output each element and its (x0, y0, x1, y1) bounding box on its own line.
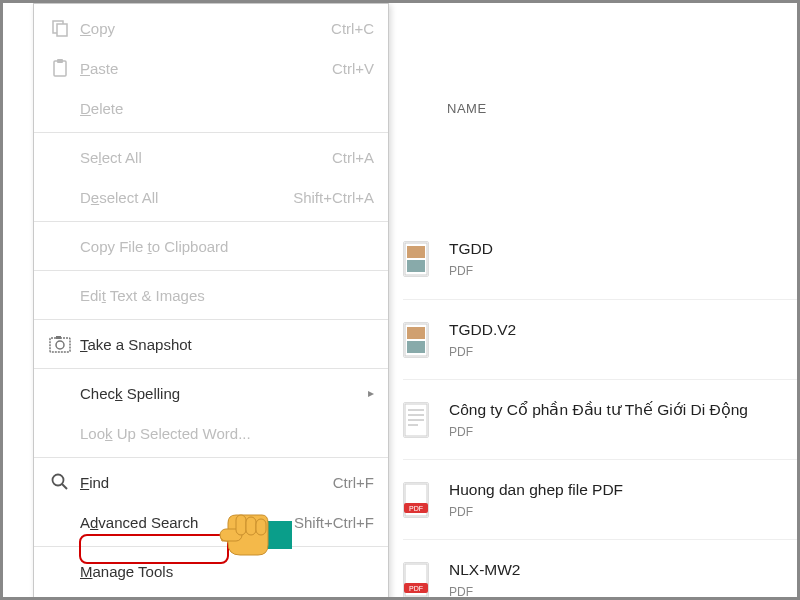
menu-shortcut: Ctrl+V (332, 60, 374, 77)
file-row[interactable]: PDFHuong dan ghep file PDFPDF (403, 459, 797, 539)
highlight-preferences (79, 534, 229, 564)
svg-rect-18 (407, 327, 425, 339)
menu-label: Check Spelling (74, 385, 362, 402)
menu-label: Deselect All (74, 189, 293, 206)
file-type: PDF (449, 425, 748, 439)
file-row[interactable]: Công ty Cổ phần Đầu tư Thế Giới Di ĐộngP… (403, 379, 797, 459)
menu-separator (34, 319, 388, 320)
svg-text:PDF: PDF (409, 585, 423, 592)
menu-item-preferences[interactable]: Preferences...Ctrl+K (34, 591, 388, 600)
svg-line-8 (62, 484, 67, 489)
file-thumbnail: PDF (403, 562, 429, 598)
menu-label: Select All (74, 149, 332, 166)
menu-label: Copy File to Clipboard (74, 238, 374, 255)
menu-shortcut: Ctrl+A (332, 149, 374, 166)
menu-item-delete: Delete (34, 88, 388, 128)
svg-rect-4 (50, 338, 70, 352)
camera-icon (46, 334, 74, 354)
paste-icon (46, 58, 74, 78)
file-title: TGDD (449, 240, 493, 258)
svg-rect-13 (256, 519, 266, 535)
file-title: Huong dan ghep file PDF (449, 481, 623, 499)
menu-label: Delete (74, 100, 374, 117)
menu-item-check-spelling[interactable]: Check Spelling▸ (34, 373, 388, 413)
menu-item-deselect-all: Deselect AllShift+Ctrl+A (34, 177, 388, 217)
file-thumbnail: PDF (403, 482, 429, 518)
file-title: Công ty Cổ phần Đầu tư Thế Giới Di Động (449, 401, 748, 419)
file-row[interactable]: PDFNLX-MW2PDF (403, 539, 797, 600)
menu-label: Edit Text & Images (74, 287, 374, 304)
search-icon (46, 472, 74, 492)
svg-text:PDF: PDF (409, 505, 423, 512)
menu-shortcut: Ctrl+C (331, 20, 374, 37)
file-title: NLX-MW2 (449, 561, 520, 579)
copy-icon (46, 18, 74, 38)
svg-rect-2 (54, 61, 66, 76)
menu-label: Find (74, 474, 333, 491)
menu-item-copy: CopyCtrl+C (34, 8, 388, 48)
svg-rect-1 (57, 24, 67, 36)
svg-rect-11 (236, 515, 246, 535)
recent-files-list: TGDDPDFTGDD.V2PDFCông ty Cổ phần Đầu tư … (403, 127, 797, 597)
menu-label: Paste (74, 60, 332, 77)
chevron-right-icon: ▸ (368, 386, 374, 400)
menu-label: Look Up Selected Word... (74, 425, 374, 442)
menu-separator (34, 368, 388, 369)
menu-label: Copy (74, 20, 331, 37)
menu-separator (34, 270, 388, 271)
file-title: TGDD.V2 (449, 321, 516, 339)
menu-item-paste: PasteCtrl+V (34, 48, 388, 88)
menu-separator (34, 221, 388, 222)
menu-item-lookup-word: Look Up Selected Word... (34, 413, 388, 453)
svg-rect-15 (407, 246, 425, 258)
svg-point-7 (53, 475, 64, 486)
menu-item-copy-file-clipboard: Copy File to Clipboard (34, 226, 388, 266)
menu-item-edit-text-images: Edit Text & Images (34, 275, 388, 315)
menu-item-select-all: Select AllCtrl+A (34, 137, 388, 177)
svg-rect-3 (57, 59, 63, 63)
file-type: PDF (449, 505, 623, 519)
file-type: PDF (449, 345, 516, 359)
menu-shortcut: Shift+Ctrl+A (293, 189, 374, 206)
file-type: PDF (449, 264, 493, 278)
svg-rect-12 (246, 517, 256, 535)
menu-shortcut: Shift+Ctrl+F (294, 514, 374, 531)
menu-item-find[interactable]: FindCtrl+F (34, 462, 388, 502)
svg-rect-16 (407, 260, 425, 272)
file-type: PDF (449, 585, 520, 599)
pointing-hand-annotation (218, 493, 298, 577)
file-row[interactable]: TGDD.V2PDF (403, 299, 797, 379)
menu-separator (34, 132, 388, 133)
menu-item-take-snapshot[interactable]: Take a Snapshot (34, 324, 388, 364)
menu-shortcut: Ctrl+F (333, 474, 374, 491)
menu-label: Take a Snapshot (74, 336, 374, 353)
file-row[interactable]: TGDDPDF (403, 219, 797, 299)
svg-rect-6 (56, 336, 61, 339)
svg-rect-19 (407, 341, 425, 353)
edit-context-menu: CopyCtrl+CPasteCtrl+VDeleteSelect AllCtr… (33, 3, 389, 600)
menu-separator (34, 457, 388, 458)
file-thumbnail (403, 322, 429, 358)
file-thumbnail (403, 402, 429, 438)
file-thumbnail (403, 241, 429, 277)
column-header-name: NAME (447, 101, 487, 116)
svg-point-5 (56, 341, 64, 349)
